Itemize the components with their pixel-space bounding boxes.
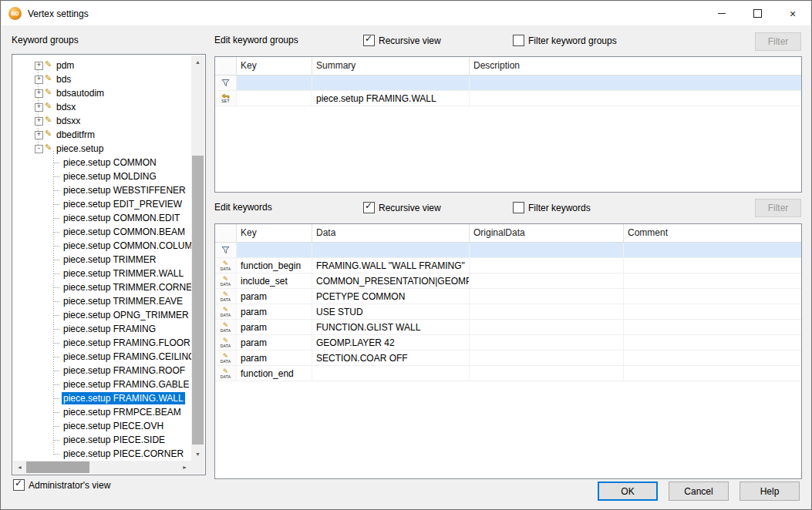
cell-description[interactable]: [470, 75, 801, 90]
filter-keywords-button[interactable]: Filter: [755, 199, 801, 217]
cell-comment[interactable]: [624, 304, 801, 319]
cell-originaldata[interactable]: [470, 289, 624, 304]
cell-key[interactable]: param: [237, 304, 312, 319]
tree-item[interactable]: piece.setup OPNG_TRIMMER: [13, 308, 191, 322]
tree-item[interactable]: piece.setup MOLDING: [13, 169, 191, 183]
administrators-view-checkbox[interactable]: [13, 479, 25, 491]
keyword-groups-tree[interactable]: pdm bds bdsautodim bdsx bdsxx dbeditfrm …: [12, 54, 206, 475]
cell-summary[interactable]: piece.setup FRAMING.WALL: [312, 91, 470, 106]
table-row[interactable]: DATA param SECTION.COAR OFF: [215, 351, 801, 366]
cell-data[interactable]: PCETYPE COMMON: [312, 289, 470, 304]
cell-data[interactable]: COMMON_PRESENTATION|GEOMP...: [312, 273, 470, 288]
cell-originaldata[interactable]: [470, 304, 624, 319]
tree-item[interactable]: piece.setup TRIMMER.WALL: [13, 267, 191, 280]
column-header-comment[interactable]: Comment: [624, 224, 801, 242]
scroll-up-icon[interactable]: ▲: [191, 55, 204, 69]
cell-comment[interactable]: [624, 351, 801, 365]
scroll-down-icon[interactable]: ▼: [191, 448, 204, 461]
column-header-summary[interactable]: Summary: [312, 57, 470, 75]
cell-key[interactable]: param: [237, 289, 312, 304]
cell-key[interactable]: param: [237, 320, 312, 334]
maximize-button[interactable]: [740, 2, 775, 25]
filter-groups-button[interactable]: Filter: [755, 32, 801, 51]
table-row[interactable]: DATA param FUNCTION.GLIST WALL: [215, 320, 801, 335]
column-header-key[interactable]: Key: [237, 224, 312, 242]
cell-originaldata[interactable]: [470, 258, 624, 273]
tree-item[interactable]: piece.setup COMMON.EDIT: [13, 211, 191, 225]
minimize-button[interactable]: [704, 2, 740, 25]
column-header-data[interactable]: Data: [312, 224, 470, 242]
cell-key[interactable]: [237, 243, 312, 257]
tree-item[interactable]: piece.setup COMMON.COLUMN: [13, 239, 191, 253]
tree-item-selected[interactable]: piece.setup FRAMING.WALL: [13, 391, 191, 405]
filter-keyword-groups-checkbox[interactable]: [513, 35, 524, 46]
tree-node-bdsautodim[interactable]: bdsautodim: [13, 86, 191, 100]
cell-originaldata[interactable]: [470, 335, 624, 350]
cell-originaldata[interactable]: [470, 273, 624, 288]
tree-item[interactable]: piece.setup FRAMING.FLOOR: [13, 336, 191, 350]
cell-data[interactable]: GEOMP.LAYER 42: [312, 335, 470, 350]
expand-icon[interactable]: [35, 89, 43, 98]
tree-item[interactable]: piece.setup FRAMING.CEILING: [13, 350, 191, 364]
cell-comment[interactable]: [624, 243, 801, 257]
collapse-icon[interactable]: [35, 145, 43, 153]
cell-data[interactable]: [312, 366, 470, 381]
tree-node-bds[interactable]: bds: [13, 72, 191, 86]
tree-node-piece-setup[interactable]: piece.setup: [13, 142, 191, 156]
cell-data[interactable]: SECTION.COAR OFF: [312, 351, 470, 365]
recursive-view-keywords-checkbox[interactable]: [363, 202, 375, 213]
filter-row[interactable]: [215, 75, 801, 91]
tree-node-bdsxx[interactable]: bdsxx: [13, 114, 191, 128]
tree-item[interactable]: piece.setup TRIMMER.EAVE: [13, 294, 191, 308]
cell-key[interactable]: include_set: [237, 273, 312, 288]
cell-data[interactable]: FUNCTION.GLIST WALL: [312, 320, 470, 334]
scroll-right-icon[interactable]: ►: [178, 461, 191, 474]
vertical-scrollbar[interactable]: ▲ ▼: [191, 55, 204, 461]
cell-comment[interactable]: [624, 335, 801, 350]
filter-keywords-checkbox[interactable]: [513, 202, 524, 213]
cell-comment[interactable]: [624, 289, 801, 304]
table-row[interactable]: SET piece.setup FRAMING.WALL: [215, 91, 801, 106]
cell-data[interactable]: FRAMING.WALL "WALL FRAMING": [312, 258, 470, 273]
tree-item[interactable]: piece.setup PIECE.SIDE: [13, 433, 191, 447]
tree-item[interactable]: piece.setup COMMON: [13, 156, 191, 169]
expand-icon[interactable]: [35, 75, 43, 84]
cell-summary[interactable]: [312, 75, 470, 90]
vertical-scroll-thumb[interactable]: [192, 156, 204, 445]
cell-key[interactable]: function_begin: [237, 258, 312, 273]
cell-comment[interactable]: [624, 366, 801, 381]
tree-node-pdm[interactable]: pdm: [13, 59, 191, 72]
expand-icon[interactable]: [35, 131, 43, 139]
tree-item[interactable]: piece.setup TRIMMER.CORNER: [13, 280, 191, 294]
table-row[interactable]: DATA param GEOMP.LAYER 42: [215, 335, 801, 351]
horizontal-scroll-thumb[interactable]: [26, 461, 89, 473]
cancel-button[interactable]: Cancel: [669, 481, 729, 501]
column-header-description[interactable]: Description: [470, 57, 801, 75]
tree-item[interactable]: piece.setup FRAMING.GABLE: [13, 377, 191, 391]
cell-data[interactable]: USE STUD: [312, 304, 470, 319]
column-header-key[interactable]: Key: [237, 57, 312, 75]
tree-item[interactable]: piece.setup TRIMMER: [13, 253, 191, 267]
cell-description[interactable]: [470, 91, 801, 106]
column-header-originaldata[interactable]: OriginalData: [470, 224, 624, 242]
tree-node-bdsx[interactable]: bdsx: [13, 100, 191, 114]
tree-item[interactable]: piece.setup WEBSTIFFENER: [13, 183, 191, 197]
table-row[interactable]: DATA param USE STUD: [215, 304, 801, 320]
cell-comment[interactable]: [624, 320, 801, 334]
table-row[interactable]: DATA function_end: [215, 366, 801, 381]
scroll-left-icon[interactable]: ◄: [13, 461, 26, 474]
cell-originaldata[interactable]: [470, 320, 624, 334]
cell-comment[interactable]: [624, 258, 801, 273]
cell-key[interactable]: [237, 91, 312, 106]
close-button[interactable]: ×: [775, 2, 810, 25]
cell-key[interactable]: [237, 75, 312, 90]
expand-icon[interactable]: [35, 103, 43, 112]
cell-key[interactable]: function_end: [237, 366, 312, 381]
filter-row[interactable]: [215, 243, 801, 258]
tree-item[interactable]: piece.setup PIECE.CORNER: [13, 447, 191, 461]
tree-node-dbeditfrm[interactable]: dbeditfrm: [13, 128, 191, 142]
cell-originaldata[interactable]: [470, 366, 624, 381]
cell-data[interactable]: [312, 243, 470, 257]
expand-icon[interactable]: [35, 62, 43, 70]
tree-item[interactable]: piece.setup FRAMING.ROOF: [13, 364, 191, 377]
